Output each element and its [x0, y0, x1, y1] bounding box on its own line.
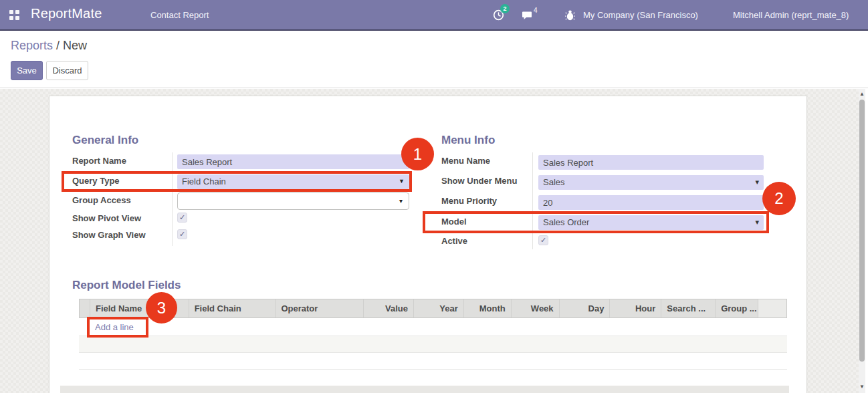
app-brand[interactable]: ReportMate [31, 6, 102, 21]
bottom-strip [60, 386, 789, 393]
report-model-fields-title: Report Model Fields [72, 279, 181, 292]
row-handle-column [80, 299, 90, 317]
table-row [79, 336, 787, 353]
col-group[interactable]: Group ... [715, 299, 758, 317]
user-menu[interactable]: Mitchell Admin (reprt_mate_8) [709, 4, 868, 27]
col-field-chain[interactable]: Field Chain [189, 299, 276, 317]
col-actions [758, 299, 786, 317]
debug-bug-icon[interactable] [565, 9, 575, 23]
menu-info-title: Menu Info [441, 134, 495, 147]
menu-name-input[interactable] [538, 155, 764, 170]
step-3-badge: 3 [146, 292, 177, 323]
message-count: 4 [534, 7, 538, 14]
step-2-badge: 2 [762, 182, 796, 215]
col-week[interactable]: Week [511, 299, 559, 317]
menu-priority-input[interactable] [538, 195, 764, 210]
col-value[interactable]: Value [363, 299, 413, 317]
general-info-title: General Info [72, 134, 138, 147]
control-panel: Reports / New Save Discard [0, 32, 868, 88]
show-under-menu-label: Show Under Menu [441, 176, 542, 186]
breadcrumb-reports-link[interactable]: Reports [11, 39, 53, 52]
add-a-line-link[interactable]: Add a line [95, 322, 134, 332]
save-button[interactable]: Save [11, 61, 43, 80]
user-name: Mitchell Admin (reprt_mate_8) [733, 10, 849, 20]
show-graph-view-label: Show Graph View [72, 230, 173, 240]
table-row [79, 353, 787, 370]
model-value: Sales Order [543, 217, 589, 227]
col-operator[interactable]: Operator [275, 299, 363, 317]
show-pivot-view-label: Show Pivot View [72, 213, 173, 223]
apps-grid-icon[interactable] [9, 10, 19, 20]
group-access-label: Group Access [72, 195, 173, 205]
fields-table-header: Field Name Field Chain Operator Value Ye… [79, 299, 787, 318]
col-search[interactable]: Search ... [661, 299, 715, 317]
model-label: Model [441, 217, 542, 227]
show-under-menu-select[interactable]: Sales ▾ [538, 175, 764, 190]
check-icon: ✓ [179, 230, 185, 238]
report-name-input[interactable] [177, 154, 409, 169]
table-row: Add a line [79, 318, 787, 336]
scroll-down-icon[interactable]: ▼ [859, 383, 865, 391]
col-hour[interactable]: Hour [609, 299, 661, 317]
activity-count-badge: 2 [500, 4, 510, 13]
grid-square [15, 10, 19, 14]
active-label: Active [441, 236, 542, 246]
group-access-select[interactable]: ▾ [177, 192, 409, 210]
grid-square [9, 10, 13, 14]
col-year[interactable]: Year [413, 299, 463, 317]
query-type-value: Field Chain [182, 176, 226, 186]
vertical-scrollbar[interactable]: ▲ ▼ [859, 89, 865, 393]
model-select[interactable]: Sales Order ▾ [538, 215, 764, 230]
query-type-label: Query Type [72, 176, 173, 186]
report-name-label: Report Name [72, 156, 173, 166]
col-day[interactable]: Day [559, 299, 610, 317]
col-month[interactable]: Month [463, 299, 511, 317]
chevron-down-icon: ▾ [399, 197, 403, 205]
show-graph-view-checkbox[interactable]: ✓ [177, 229, 187, 239]
chevron-down-icon: ▼ [399, 178, 405, 184]
breadcrumb: Reports / New [11, 39, 87, 53]
active-checkbox[interactable]: ✓ [538, 235, 548, 245]
show-pivot-view-checkbox[interactable]: ✓ [177, 213, 187, 223]
query-type-select[interactable]: Field Chain ▼ [177, 174, 409, 189]
company-switcher[interactable]: My Company (San Francisco) [583, 10, 698, 20]
check-icon: ✓ [179, 213, 185, 221]
scrollbar-thumb[interactable] [859, 100, 865, 362]
menu-priority-label: Menu Priority [441, 196, 542, 206]
grid-square [15, 16, 19, 20]
step-1-badge: 1 [401, 138, 434, 170]
messages-icon[interactable] [522, 10, 532, 23]
show-under-menu-value: Sales [543, 177, 565, 187]
breadcrumb-current: New [63, 39, 87, 52]
nav-menu-contact-report[interactable]: Contact Report [150, 10, 209, 20]
top-navbar: ReportMate Contact Report 2 4 My Company… [0, 0, 868, 31]
chevron-down-icon: ▾ [755, 218, 759, 227]
grid-square [9, 16, 13, 20]
breadcrumb-separator: / [53, 39, 63, 52]
discard-button[interactable]: Discard [46, 61, 88, 80]
check-icon: ✓ [540, 236, 546, 244]
chevron-down-icon: ▾ [755, 178, 759, 186]
scroll-up-icon[interactable]: ▲ [859, 90, 865, 98]
menu-name-label: Menu Name [441, 156, 542, 166]
